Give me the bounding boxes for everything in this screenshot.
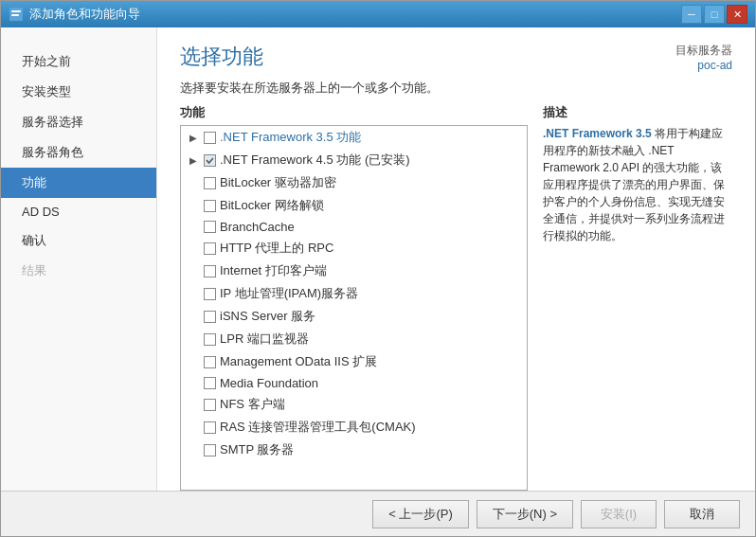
desc-highlight: .NET Framework 3.5 bbox=[543, 127, 652, 140]
feature-list-container[interactable]: ▶.NET Framework 3.5 功能▶.NET Framework 4.… bbox=[180, 125, 528, 491]
checkbox-7[interactable] bbox=[204, 288, 216, 300]
feature-column-label: 功能 bbox=[180, 104, 528, 121]
sidebar: 开始之前安装类型服务器选择服务器角色功能AD DS确认结果 bbox=[1, 27, 157, 491]
sidebar-item-7: 结果 bbox=[1, 256, 156, 286]
minimize-button[interactable]: ─ bbox=[681, 5, 702, 24]
main-header: 选择功能 目标服务器 poc-ad bbox=[157, 27, 755, 80]
sidebar-item-1[interactable]: 安装类型 bbox=[1, 77, 156, 107]
title-bar-left: 添加角色和功能向导 bbox=[9, 6, 140, 23]
checkbox-11[interactable] bbox=[204, 377, 216, 389]
page-title: 选择功能 bbox=[180, 43, 263, 71]
target-server: 目标服务器 poc-ad bbox=[675, 43, 732, 72]
close-button[interactable]: ✕ bbox=[727, 5, 747, 24]
checkbox-6[interactable] bbox=[204, 265, 216, 277]
install-button[interactable]: 安装(I) bbox=[581, 500, 657, 528]
sidebar-item-6[interactable]: 确认 bbox=[1, 225, 156, 256]
feature-name-4: BranchCache bbox=[220, 220, 295, 234]
feature-name-1: .NET Framework 4.5 功能 (已安装) bbox=[220, 152, 410, 169]
feature-item-4[interactable]: BranchCache bbox=[181, 217, 527, 237]
feature-name-6: Internet 打印客户端 bbox=[220, 262, 327, 279]
feature-item-1[interactable]: ▶.NET Framework 4.5 功能 (已安装) bbox=[181, 149, 527, 171]
checkbox-12[interactable] bbox=[204, 399, 216, 411]
content-area: 开始之前安装类型服务器选择服务器角色功能AD DS确认结果 选择功能 目标服务器… bbox=[1, 27, 755, 491]
main-content: 选择功能 目标服务器 poc-ad 选择要安装在所选服务器上的一个或多个功能。 … bbox=[157, 27, 755, 491]
feature-name-7: IP 地址管理(IPAM)服务器 bbox=[220, 285, 358, 302]
feature-item-9[interactable]: LPR 端口监视器 bbox=[181, 328, 527, 350]
feature-item-12[interactable]: NFS 客户端 bbox=[181, 393, 527, 416]
feature-item-10[interactable]: Management OData IIS 扩展 bbox=[181, 350, 527, 373]
sidebar-item-3[interactable]: 服务器角色 bbox=[1, 137, 156, 168]
feature-item-6[interactable]: Internet 打印客户端 bbox=[181, 260, 527, 282]
checkbox-2[interactable] bbox=[204, 177, 216, 189]
expand-button-0[interactable]: ▶ bbox=[187, 131, 200, 144]
desc-text: .NET Framework 3.5 将用于构建应用程序的新技术融入 .NET … bbox=[543, 125, 732, 244]
title-bar: 添加角色和功能向导 ─ □ ✕ bbox=[1, 1, 755, 27]
checkbox-9[interactable] bbox=[204, 333, 216, 346]
feature-panel: 功能 ▶.NET Framework 3.5 功能▶.NET Framework… bbox=[180, 104, 528, 491]
feature-name-8: iSNS Server 服务 bbox=[220, 308, 315, 325]
feature-name-0: .NET Framework 3.5 功能 bbox=[220, 129, 361, 146]
feature-item-2[interactable]: BitLocker 驱动器加密 bbox=[181, 171, 527, 194]
feature-item-11[interactable]: Media Foundation bbox=[181, 373, 527, 393]
feature-item-0[interactable]: ▶.NET Framework 3.5 功能 bbox=[181, 126, 527, 149]
feature-name-14: SMTP 服务器 bbox=[220, 441, 295, 458]
sidebar-item-0[interactable]: 开始之前 bbox=[1, 46, 156, 77]
feature-name-3: BitLocker 网络解锁 bbox=[220, 197, 324, 214]
feature-item-8[interactable]: iSNS Server 服务 bbox=[181, 305, 527, 328]
feature-name-13: RAS 连接管理器管理工具包(CMAK) bbox=[220, 419, 416, 436]
title-bar-title: 添加角色和功能向导 bbox=[29, 6, 140, 23]
feature-name-5: HTTP 代理上的 RPC bbox=[220, 240, 333, 257]
next-button[interactable]: 下一步(N) > bbox=[477, 500, 573, 528]
checkbox-5[interactable] bbox=[204, 242, 216, 255]
prev-button[interactable]: < 上一步(P) bbox=[372, 500, 469, 528]
feature-item-14[interactable]: SMTP 服务器 bbox=[181, 439, 527, 461]
feature-name-12: NFS 客户端 bbox=[220, 396, 285, 413]
footer: < 上一步(P) 下一步(N) > 安装(I) 取消 bbox=[1, 491, 755, 536]
main-window: 添加角色和功能向导 ─ □ ✕ 开始之前安装类型服务器选择服务器角色功能AD D… bbox=[0, 0, 756, 537]
instruction: 选择要安装在所选服务器上的一个或多个功能。 bbox=[157, 80, 755, 104]
svg-rect-2 bbox=[11, 14, 19, 16]
target-label: 目标服务器 bbox=[675, 43, 732, 59]
feature-item-3[interactable]: BitLocker 网络解锁 bbox=[181, 194, 527, 217]
sidebar-item-2[interactable]: 服务器选择 bbox=[1, 107, 156, 137]
feature-item-13[interactable]: RAS 连接管理器管理工具包(CMAK) bbox=[181, 416, 527, 439]
feature-name-2: BitLocker 驱动器加密 bbox=[220, 174, 336, 191]
feature-name-9: LPR 端口监视器 bbox=[220, 331, 309, 348]
svg-rect-1 bbox=[11, 10, 21, 12]
expand-button-1[interactable]: ▶ bbox=[187, 153, 200, 167]
main-body: 功能 ▶.NET Framework 3.5 功能▶.NET Framework… bbox=[157, 104, 755, 491]
feature-name-10: Management OData IIS 扩展 bbox=[220, 353, 377, 370]
checkbox-0[interactable] bbox=[204, 132, 216, 144]
checkbox-8[interactable] bbox=[204, 311, 216, 323]
checkbox-14[interactable] bbox=[204, 444, 216, 456]
wizard-icon bbox=[9, 7, 24, 22]
feature-item-7[interactable]: IP 地址管理(IPAM)服务器 bbox=[181, 282, 527, 305]
checkbox-10[interactable] bbox=[204, 356, 216, 368]
title-bar-buttons: ─ □ ✕ bbox=[681, 5, 747, 24]
description-panel: 描述 .NET Framework 3.5 将用于构建应用程序的新技术融入 .N… bbox=[543, 104, 732, 491]
checkbox-1[interactable] bbox=[204, 154, 216, 167]
checkbox-3[interactable] bbox=[204, 200, 216, 212]
desc-body: 将用于构建应用程序的新技术融入 .NET Framework 2.0 API 的… bbox=[543, 127, 725, 242]
target-name: poc-ad bbox=[675, 59, 732, 72]
checkbox-4[interactable] bbox=[204, 221, 216, 233]
sidebar-item-5[interactable]: AD DS bbox=[1, 198, 156, 225]
desc-label: 描述 bbox=[543, 104, 732, 121]
feature-item-5[interactable]: HTTP 代理上的 RPC bbox=[181, 237, 527, 260]
cancel-button[interactable]: 取消 bbox=[664, 500, 740, 528]
maximize-button[interactable]: □ bbox=[704, 5, 725, 24]
sidebar-item-4[interactable]: 功能 bbox=[1, 168, 156, 198]
feature-name-11: Media Foundation bbox=[220, 376, 318, 390]
checkbox-13[interactable] bbox=[204, 421, 216, 434]
